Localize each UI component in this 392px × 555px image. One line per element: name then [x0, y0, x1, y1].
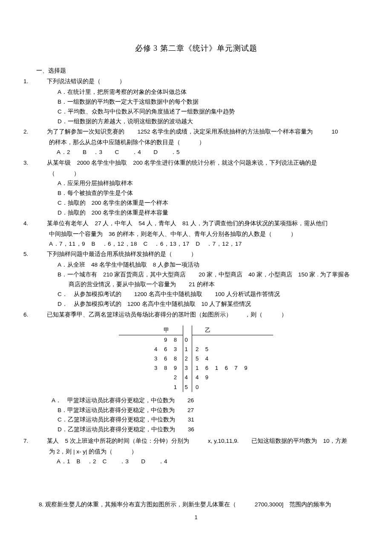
question-1: 1. 下列说法错误的是（）	[36, 77, 356, 86]
section-heading: 一、选择题	[36, 67, 356, 76]
q1-opt-c: C．平均数、众数与中位数从不同的角度描述了一组数据的集中趋势	[36, 108, 356, 116]
q4-stem-cont: 中间抽取一个容量为36 的样本，则老年人、中年人、青年人分别各抽取的人数是（）	[36, 230, 356, 239]
question-6: 6. 已知某赛季甲、乙两名篮球运动员每场比赛得分的茎叶图（如图所示），则（）	[36, 311, 356, 320]
stem-leaf-head-right: 乙	[192, 325, 273, 335]
question-2: 2. 为了了解参加一次知识竞赛的1252 名学生的成绩，决定采用系统抽样的方法抽…	[36, 128, 356, 137]
q4-options: A．7，11，9 B ．6，12，18 C ．6，13，17 D ．7，12，1…	[36, 240, 356, 249]
page-number: 1	[36, 514, 356, 522]
stem-leaf-row: 3 8 931 6 1 6 7 9	[119, 363, 273, 373]
q-number: 6.	[36, 311, 46, 320]
q1-opt-b: B．一组数据的平均数一定大于这组数据中的每个数据	[36, 98, 356, 107]
q5-opt-b-cont: 商店的营业情况，要从中抽取一个容量为21 的样本	[36, 280, 356, 289]
q2-stem-cont: 的样本，那么从总体中应随机剔除个体的数目是（）	[36, 138, 356, 147]
stem-leaf-head-left: 甲	[119, 325, 183, 335]
q7-options: A．1 B ．2 C ．3 D ．4	[36, 457, 356, 466]
q-number: 8.	[39, 501, 43, 508]
q-number: 2.	[36, 128, 46, 137]
question-3: 3. 从某年级2000 名学生中抽取200 名学生进行体重的统计分析，就这个问题…	[36, 159, 356, 168]
q6-opt-b: B．甲篮球运动员比赛得分更稳定，中位数为27	[36, 406, 356, 415]
q-number: 7.	[36, 437, 46, 446]
q3-opt-c: C．抽取的200 名学生的体重是一个样本	[36, 199, 356, 208]
q-number: 1.	[36, 77, 46, 86]
q3-opt-a: A．应采用分层抽样抽取样本	[36, 179, 356, 188]
q3-opt-b: B．每个被抽查的学生是个体	[36, 189, 356, 198]
q6-opt-c: C．乙篮球运动员比赛得分更稳定，中位数为31	[36, 416, 356, 424]
question-8: 8. 观察新生婴儿的体重，其频率分布直方图如图所示，则新生婴儿体重在（2700,…	[36, 500, 356, 509]
q2-options: A．2 B ．3 C ．4 D ．5	[36, 148, 356, 157]
q5-opt-d: D．从参加模拟考试的1200 名高中生中随机抽取10 人了解某些情况	[36, 300, 356, 309]
question-4: 4. 某单位有老年人27 人，中年人54 人，青年人81 人，为了调查他们的身体…	[36, 219, 356, 228]
q-number: 3.	[36, 159, 46, 168]
question-5: 5. 下列抽样问题中最适合用系统抽样发抽样的是（）	[36, 250, 356, 259]
stem-leaf-row: 9 80	[119, 335, 273, 345]
stem-leaf-plot: 甲 乙 9 804 6 312 53 6 825 43 8 931 6 1 6 …	[119, 325, 273, 392]
q-number: 5.	[36, 250, 46, 259]
q5-opt-c: C．从参加模拟考试的1200 名高中生中随机抽取100 人分析试题作答情况	[36, 290, 356, 299]
stem-leaf-row: 3 6 825 4	[119, 354, 273, 363]
q-stem: 下列说法错误的是（	[47, 78, 101, 84]
q6-opt-d: D．乙篮球运动员比赛得分更稳定，中位数为36	[36, 425, 356, 434]
q6-opt-a: A．甲篮球运动员比赛得分更稳定，中位数为26	[36, 396, 356, 405]
stem-leaf-row: 244 9	[119, 373, 273, 382]
q1-opt-d: D．一组数据的方差越大，说明这组数据的波动越大	[36, 117, 356, 126]
q-number: 4.	[36, 219, 46, 228]
q5-opt-a: A．从全班48 名学生中随机抽取8 人参加一项活动	[36, 261, 356, 270]
q5-opt-b: B．一个城市有210 家百货商店，其中大型商店20 家，中型商店40 家，小型商…	[36, 270, 356, 279]
question-7: 7. 某人5 次上班途中所花的时间（单位：分钟）分别为x, y,10,11,9.…	[36, 437, 356, 446]
q7-stem-cont: 为 2，则 | x- y| 的值为（）	[36, 447, 356, 456]
stem-leaf-row: 4 6 312 5	[119, 345, 273, 354]
q3-opt-d: D．抽取的200 名学生的体重是样本容量	[36, 209, 356, 218]
page-title: 必修 3 第二章《统计》单元测试题	[36, 43, 356, 55]
stem-leaf-row: 150	[119, 383, 273, 392]
q3-paren: （）	[36, 169, 356, 178]
q1-opt-a: A．在统计里，把所需考察的对象的全体叫做总体	[36, 88, 356, 97]
